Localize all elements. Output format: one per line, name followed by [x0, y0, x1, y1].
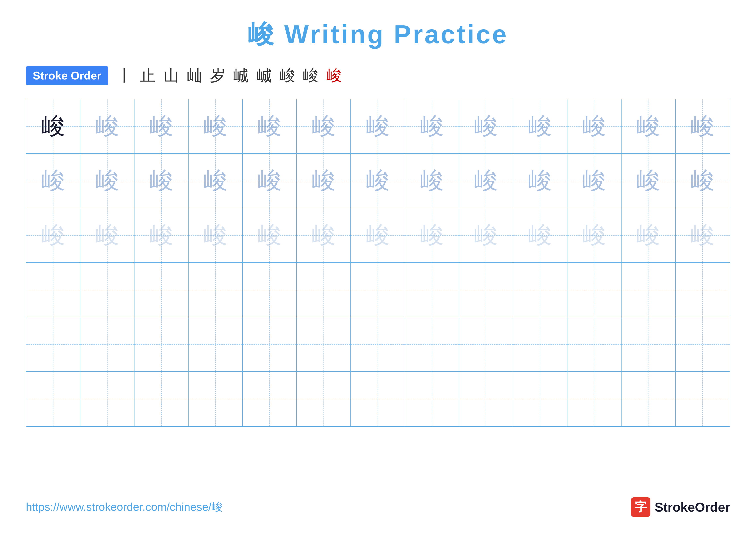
grid-cell-r2-c10[interactable]: 峻	[513, 154, 567, 208]
grid-cell-r3-c3[interactable]: 峻	[134, 208, 189, 262]
grid-cell-r1-c2[interactable]: 峻	[80, 99, 134, 153]
grid-cell-r2-c3[interactable]: 峻	[134, 154, 189, 208]
grid-cell-r6-c1[interactable]	[26, 372, 80, 426]
grid-cell-r1-c12[interactable]: 峻	[622, 99, 676, 153]
grid-cell-r3-c7[interactable]: 峻	[351, 208, 405, 262]
grid-row-1: 峻 峻 峻 峻 峻 峻 峻 峻 峻 峻 峻 峻 峻	[26, 99, 730, 154]
grid-cell-r2-c1[interactable]: 峻	[26, 154, 80, 208]
stroke-step-4: 屾	[187, 65, 202, 86]
page-title: 峻 Writing Practice	[26, 17, 730, 52]
stroke-step-9: 峻	[303, 65, 318, 86]
footer-logo: 字 StrokeOrder	[631, 497, 730, 517]
grid-cell-r6-c8[interactable]	[405, 372, 459, 426]
char-solid: 峻	[41, 110, 65, 142]
grid-cell-r6-c10[interactable]	[513, 372, 567, 426]
stroke-step-1: 丨	[117, 65, 132, 86]
grid-cell-r2-c4[interactable]: 峻	[189, 154, 243, 208]
grid-cell-r2-c11[interactable]: 峻	[567, 154, 622, 208]
grid-row-3: 峻 峻 峻 峻 峻 峻 峻 峻 峻 峻 峻 峻 峻	[26, 208, 730, 263]
grid-cell-r4-c11[interactable]	[567, 263, 622, 317]
grid-cell-r4-c5[interactable]	[243, 263, 297, 317]
grid-cell-r2-c5[interactable]: 峻	[243, 154, 297, 208]
grid-cell-r5-c3[interactable]	[134, 317, 189, 371]
grid-cell-r1-c6[interactable]: 峻	[297, 99, 351, 153]
grid-cell-r3-c11[interactable]: 峻	[567, 208, 622, 262]
grid-cell-r4-c1[interactable]	[26, 263, 80, 317]
grid-cell-r6-c12[interactable]	[622, 372, 676, 426]
grid-row-6	[26, 372, 730, 426]
practice-grid: 峻 峻 峻 峻 峻 峻 峻 峻 峻 峻 峻 峻 峻 峻 峻 峻 峻 峻 峻 峻 …	[26, 99, 730, 427]
grid-cell-r5-c2[interactable]	[80, 317, 134, 371]
grid-cell-r1-c8[interactable]: 峻	[405, 99, 459, 153]
grid-cell-r2-c2[interactable]: 峻	[80, 154, 134, 208]
grid-cell-r2-c8[interactable]: 峻	[405, 154, 459, 208]
grid-cell-r4-c8[interactable]	[405, 263, 459, 317]
footer-url[interactable]: https://www.strokeorder.com/chinese/峻	[26, 499, 223, 515]
grid-cell-r3-c10[interactable]: 峻	[513, 208, 567, 262]
grid-cell-r4-c12[interactable]	[622, 263, 676, 317]
grid-cell-r5-c13[interactable]	[676, 317, 730, 371]
grid-cell-r1-c7[interactable]: 峻	[351, 99, 405, 153]
grid-cell-r2-c9[interactable]: 峻	[459, 154, 513, 208]
strokeorder-logo-icon: 字	[631, 497, 650, 517]
grid-cell-r2-c6[interactable]: 峻	[297, 154, 351, 208]
grid-cell-r1-c5[interactable]: 峻	[243, 99, 297, 153]
grid-cell-r5-c8[interactable]	[405, 317, 459, 371]
grid-cell-r3-c12[interactable]: 峻	[622, 208, 676, 262]
grid-cell-r6-c4[interactable]	[189, 372, 243, 426]
grid-cell-r3-c1[interactable]: 峻	[26, 208, 80, 262]
grid-cell-r1-c4[interactable]: 峻	[189, 99, 243, 153]
grid-cell-r1-c3[interactable]: 峻	[134, 99, 189, 153]
grid-cell-r4-c4[interactable]	[189, 263, 243, 317]
grid-cell-r3-c13[interactable]: 峻	[676, 208, 730, 262]
grid-cell-r4-c9[interactable]	[459, 263, 513, 317]
grid-cell-r3-c2[interactable]: 峻	[80, 208, 134, 262]
grid-cell-r5-c1[interactable]	[26, 317, 80, 371]
grid-cell-r5-c6[interactable]	[297, 317, 351, 371]
stroke-step-10: 峻	[326, 65, 342, 86]
stroke-sequence: 丨 止 山 屾 岁 峸 峸 峻 峻 峻	[117, 65, 342, 86]
grid-cell-r5-c11[interactable]	[567, 317, 622, 371]
grid-cell-r6-c13[interactable]	[676, 372, 730, 426]
grid-cell-r2-c13[interactable]: 峻	[676, 154, 730, 208]
grid-cell-r3-c4[interactable]: 峻	[189, 208, 243, 262]
grid-cell-r2-c7[interactable]: 峻	[351, 154, 405, 208]
grid-cell-r6-c3[interactable]	[134, 372, 189, 426]
grid-cell-r5-c5[interactable]	[243, 317, 297, 371]
grid-cell-r4-c6[interactable]	[297, 263, 351, 317]
stroke-step-7: 峸	[256, 65, 272, 86]
grid-cell-r6-c2[interactable]	[80, 372, 134, 426]
grid-cell-r5-c4[interactable]	[189, 317, 243, 371]
grid-cell-r4-c7[interactable]	[351, 263, 405, 317]
grid-cell-r4-c10[interactable]	[513, 263, 567, 317]
grid-cell-r3-c8[interactable]: 峻	[405, 208, 459, 262]
grid-cell-r4-c13[interactable]	[676, 263, 730, 317]
grid-cell-r1-c11[interactable]: 峻	[567, 99, 622, 153]
grid-cell-r1-c9[interactable]: 峻	[459, 99, 513, 153]
grid-cell-r5-c10[interactable]	[513, 317, 567, 371]
grid-cell-r6-c9[interactable]	[459, 372, 513, 426]
stroke-step-8: 峻	[280, 65, 295, 86]
grid-cell-r2-c12[interactable]: 峻	[622, 154, 676, 208]
grid-cell-r6-c6[interactable]	[297, 372, 351, 426]
stroke-step-5: 岁	[210, 65, 226, 86]
title-chinese-char: 峻	[248, 20, 275, 49]
grid-cell-r6-c11[interactable]	[567, 372, 622, 426]
grid-cell-r5-c9[interactable]	[459, 317, 513, 371]
strokeorder-logo-text: StrokeOrder	[655, 500, 730, 515]
grid-cell-r1-c13[interactable]: 峻	[676, 99, 730, 153]
grid-cell-r4-c3[interactable]	[134, 263, 189, 317]
grid-cell-r1-c1[interactable]: 峻	[26, 99, 80, 153]
grid-row-5	[26, 317, 730, 372]
grid-cell-r3-c9[interactable]: 峻	[459, 208, 513, 262]
stroke-step-3: 山	[163, 65, 179, 86]
grid-cell-r3-c5[interactable]: 峻	[243, 208, 297, 262]
grid-cell-r3-c6[interactable]: 峻	[297, 208, 351, 262]
grid-cell-r1-c10[interactable]: 峻	[513, 99, 567, 153]
grid-cell-r6-c7[interactable]	[351, 372, 405, 426]
grid-cell-r6-c5[interactable]	[243, 372, 297, 426]
grid-cell-r5-c7[interactable]	[351, 317, 405, 371]
grid-cell-r5-c12[interactable]	[622, 317, 676, 371]
grid-row-4	[26, 263, 730, 317]
grid-cell-r4-c2[interactable]	[80, 263, 134, 317]
